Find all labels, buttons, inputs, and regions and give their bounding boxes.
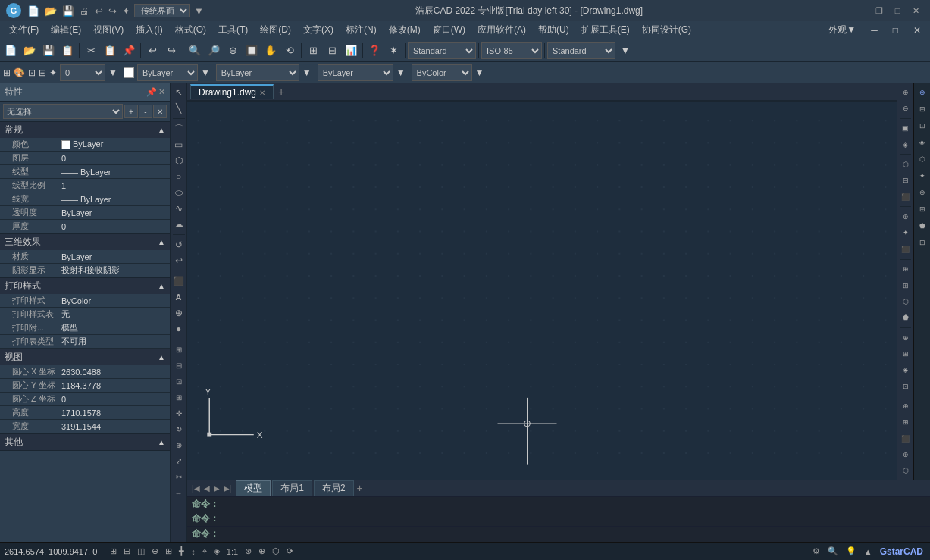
status-ducs-icon[interactable]: ⌖ [200,546,209,557]
tb-star[interactable]: ✶ [384,42,402,60]
dt-copy[interactable]: ⊞ [171,342,186,357]
fr-btn-3[interactable]: ⊡ [915,118,930,133]
dt-stretch[interactable]: ⤢ [171,453,186,468]
status-sel-icon[interactable]: ⬡ [270,546,282,557]
menu-exttools[interactable]: 扩展工具(E) [575,22,636,38]
style-icon[interactable]: ✦ [121,5,132,17]
tb-zoomall[interactable]: ⊕ [224,42,242,60]
menu-window[interactable]: 窗口(W) [427,22,471,38]
status-dynmode-icon[interactable]: ◈ [211,546,222,557]
dt-point[interactable]: ● [171,321,186,336]
color-expand[interactable]: ▼ [201,67,210,78]
tab-drawing1[interactable]: Drawing1.dwg ✕ [190,84,274,99]
bylayer-color-select[interactable]: ByLayer [137,64,198,81]
rv-btn-2[interactable]: ⊖ [898,101,913,115]
fr-btn-1[interactable]: ⊕ [915,85,930,100]
dt-text[interactable]: A [171,289,186,305]
menu-view[interactable]: 视图(V) [87,22,130,38]
status-3dosnap-icon[interactable]: ╋ [177,546,186,557]
tb-dim-arrow[interactable]: ▼ [616,42,634,60]
tb-zoomout[interactable]: 🔎 [205,42,223,60]
tb-undo[interactable]: ↩ [143,42,161,60]
nav-prev[interactable]: ◀ [202,483,211,493]
appearance-menu[interactable]: 外观▼ [822,22,862,38]
restore-panel-button[interactable]: □ [887,23,904,37]
menu-apps[interactable]: 应用软件(A) [471,22,532,38]
tb-redo[interactable]: ↪ [162,42,180,60]
dt-cloud[interactable]: ☁ [171,217,186,232]
tab-drawing1-close[interactable]: ✕ [259,89,265,97]
rv-btn-16[interactable]: ⊞ [898,346,913,361]
status-settings-icon[interactable]: ⚙ [810,546,822,557]
linetype-expand[interactable]: ▼ [302,67,312,78]
tb-save[interactable]: 💾 [39,42,58,60]
rv-btn-14[interactable]: ⬟ [898,311,913,325]
fr-btn-4[interactable]: ◈ [915,135,930,150]
dt-undo[interactable]: ↺ [171,237,186,252]
fr-btn-8[interactable]: ⊞ [915,202,930,217]
rv-btn-21[interactable]: ⬛ [898,431,913,446]
prop-add-btn[interactable]: + [124,105,138,118]
rv-btn-4[interactable]: ◈ [898,137,913,152]
nav-first[interactable]: |◀ [190,483,202,493]
rv-btn-1[interactable]: ⊕ [898,85,913,99]
style-select[interactable]: 传统界面 [134,4,190,17]
status-osnap-icon[interactable]: ⊞ [163,546,174,557]
dt-pointer[interactable]: ↖ [171,85,186,100]
dt-rect[interactable]: ▭ [171,137,186,152]
textstyle-select[interactable]: Standard [408,42,476,59]
status-arrow-icon[interactable]: ▲ [862,546,875,557]
tb-pan[interactable]: ✋ [261,42,280,60]
tb-copy[interactable]: 📋 [101,42,119,60]
status-sc-icon[interactable]: ⊕ [256,546,268,557]
menu-file[interactable]: 文件(F) [3,22,45,38]
tb-open[interactable]: 📂 [20,42,39,60]
dt-move[interactable]: ✛ [171,405,186,421]
panel-pin-btn[interactable]: 📌 [146,87,157,97]
rv-btn-11[interactable]: ⊕ [898,261,913,276]
rv-btn-22[interactable]: ⊕ [898,447,913,461]
menu-insert[interactable]: 插入(I) [130,22,168,38]
maximize-button[interactable]: □ [889,4,906,17]
rv-btn-12[interactable]: ⊞ [898,278,913,293]
dt-arc[interactable]: ⌒ [171,121,186,136]
dt-mirror[interactable]: ⊟ [171,358,186,373]
close-panel-button[interactable]: ✕ [907,23,927,37]
rv-btn-5[interactable]: ⬡ [898,157,913,171]
cmd-input[interactable] [222,529,925,540]
tab-layout1[interactable]: 布局1 [272,480,312,496]
save-icon[interactable]: 💾 [61,5,76,17]
selection-filter-select[interactable]: 无选择 [3,104,123,119]
tb-saveas[interactable]: 📋 [58,42,77,60]
panel-close-btn[interactable]: ✕ [158,87,165,97]
rv-btn-17[interactable]: ◈ [898,363,913,377]
layer-manager-btn[interactable]: ⊞ [3,67,11,78]
status-otrack-icon[interactable]: ↕ [189,546,198,557]
dt-ellipse[interactable]: ⬭ [171,185,186,200]
fr-btn-5[interactable]: ⬡ [915,152,930,167]
close-button[interactable]: ✕ [907,4,924,17]
dt-hatch[interactable]: ⬛ [171,274,186,289]
minimize-panel-button[interactable]: ─ [865,23,884,37]
fr-btn-2[interactable]: ⊟ [915,102,930,117]
menu-collab[interactable]: 协同设计(G) [636,22,697,38]
dt-scale[interactable]: ⊕ [171,437,186,452]
rv-btn-18[interactable]: ⊡ [898,379,913,393]
rv-btn-19[interactable]: ⊕ [898,399,913,413]
dt-trim[interactable]: ✂ [171,469,186,484]
layer-icon2[interactable]: ⊟ [39,67,46,78]
fr-btn-10[interactable]: ⊡ [915,235,930,250]
minimize-button[interactable]: ─ [853,4,869,17]
status-ortho-icon[interactable]: ◫ [135,546,147,557]
fr-btn-6[interactable]: ✦ [915,168,930,183]
dt-polygon[interactable]: ⬡ [171,153,186,168]
new-icon[interactable]: 📄 [26,5,41,17]
layer-icon1[interactable]: ⊡ [28,67,36,78]
prop-clear-btn[interactable]: ✕ [153,105,167,118]
rv-btn-13[interactable]: ⬡ [898,294,913,308]
menu-help[interactable]: 帮助(U) [532,22,575,38]
layer-color-btn[interactable]: 🎨 [14,67,25,78]
status-lweight-icon[interactable]: 1:1 [224,546,240,557]
dt-array[interactable]: ⊞ [171,389,186,405]
undo-icon[interactable]: ↩ [93,5,105,17]
